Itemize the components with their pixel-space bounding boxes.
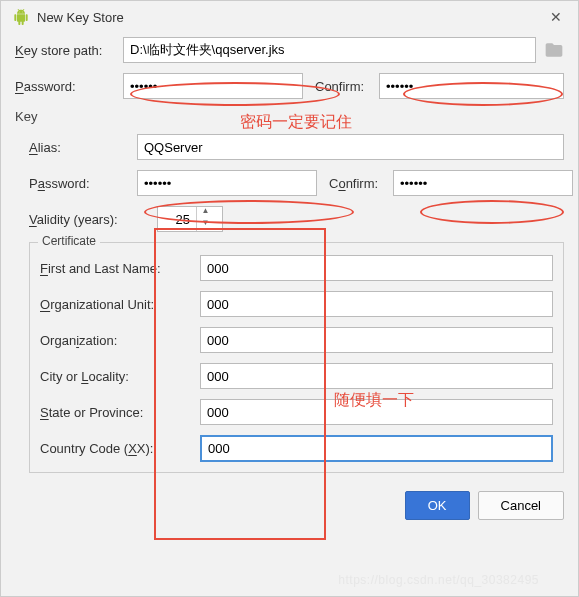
- certificate-legend: Certificate: [38, 234, 100, 248]
- first-last-row: First and Last Name:: [40, 255, 553, 281]
- keystore-path-row: Key store path:: [15, 37, 564, 63]
- state-row: State or Province:: [40, 399, 553, 425]
- keystore-confirm-label: Confirm:: [315, 79, 371, 94]
- org-unit-row: Organizational Unit:: [40, 291, 553, 317]
- key-password-label: Password:: [29, 176, 129, 191]
- key-section: Alias: Password: Confirm: Validity (year…: [15, 134, 564, 473]
- dialog-title: New Key Store: [37, 10, 546, 25]
- keystore-path-input[interactable]: [123, 37, 536, 63]
- dialog-window: New Key Store ✕ Key store path: Password…: [0, 0, 579, 597]
- close-icon[interactable]: ✕: [546, 9, 566, 25]
- titlebar: New Key Store ✕: [1, 1, 578, 33]
- dialog-content: Key store path: Password: Confirm: Key A…: [1, 33, 578, 483]
- first-last-label: First and Last Name:: [40, 261, 200, 276]
- key-password-row: Password: Confirm:: [29, 170, 564, 196]
- keystore-password-input[interactable]: [123, 73, 303, 99]
- state-input[interactable]: [200, 399, 553, 425]
- spinner-buttons: ▲ ▼: [196, 207, 214, 231]
- keystore-password-label: Password:: [15, 79, 115, 94]
- alias-label: Alias:: [29, 140, 129, 155]
- validity-input[interactable]: [158, 212, 196, 227]
- ok-button[interactable]: OK: [405, 491, 470, 520]
- country-row: Country Code (XX):: [40, 435, 553, 462]
- org-label: Organization:: [40, 333, 200, 348]
- city-input[interactable]: [200, 363, 553, 389]
- keystore-password-row: Password: Confirm:: [15, 73, 564, 99]
- certificate-group: Certificate First and Last Name: Organiz…: [29, 242, 564, 473]
- android-icon: [13, 9, 29, 25]
- validity-row: Validity (years): ▲ ▼: [29, 206, 564, 232]
- alias-row: Alias:: [29, 134, 564, 160]
- keystore-confirm-input[interactable]: [379, 73, 564, 99]
- key-confirm-label: Confirm:: [329, 176, 385, 191]
- org-row: Organization:: [40, 327, 553, 353]
- validity-label: Validity (years):: [29, 212, 149, 227]
- first-last-input[interactable]: [200, 255, 553, 281]
- org-input[interactable]: [200, 327, 553, 353]
- org-unit-label: Organizational Unit:: [40, 297, 200, 312]
- city-row: City or Locality:: [40, 363, 553, 389]
- state-label: State or Province:: [40, 405, 200, 420]
- key-password-input[interactable]: [137, 170, 317, 196]
- country-label: Country Code (XX):: [40, 441, 200, 456]
- alias-input[interactable]: [137, 134, 564, 160]
- country-input[interactable]: [200, 435, 553, 462]
- key-confirm-input[interactable]: [393, 170, 573, 196]
- validity-spinner[interactable]: ▲ ▼: [157, 206, 223, 232]
- keystore-path-label: Key store path:: [15, 43, 115, 58]
- spinner-down-icon[interactable]: ▼: [197, 219, 214, 231]
- cancel-button[interactable]: Cancel: [478, 491, 564, 520]
- org-unit-input[interactable]: [200, 291, 553, 317]
- button-bar: OK Cancel: [1, 483, 578, 530]
- city-label: City or Locality:: [40, 369, 200, 384]
- key-section-label: Key: [15, 109, 564, 124]
- folder-icon[interactable]: [544, 40, 564, 60]
